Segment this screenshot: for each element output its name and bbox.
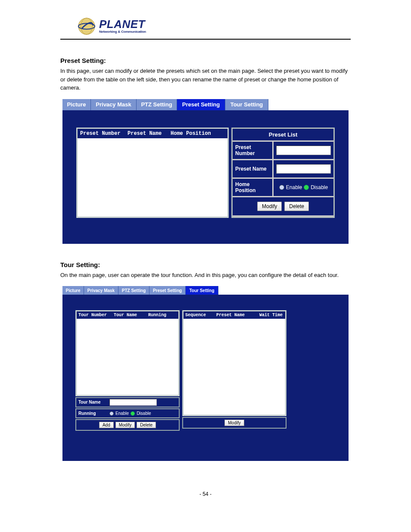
col-sequence: Sequence: [185, 313, 216, 317]
preset-number-input[interactable]: [276, 146, 331, 155]
tour-name-label: Tour Name: [76, 398, 106, 407]
running-disable-text: Disable: [137, 411, 151, 416]
col-running: Running: [148, 313, 177, 317]
preset-section-desc: In this page, user can modify or delete …: [60, 67, 351, 92]
tab-preset-setting[interactable]: Preset Setting: [177, 99, 225, 110]
delete-button[interactable]: Delete: [284, 202, 309, 211]
tour-section-title: Tour Setting:: [60, 261, 351, 268]
running-label: Running: [76, 409, 106, 417]
modify-button-3[interactable]: Modify: [224, 420, 244, 426]
col-tour-number: Tour Number: [78, 313, 114, 317]
header-divider: [60, 39, 351, 40]
col-preset-number: Preset Number: [80, 131, 128, 137]
home-disable-radio[interactable]: [304, 185, 309, 190]
sequence-table[interactable]: Sequence Preset Name Wait Time: [182, 310, 286, 416]
home-disable-text: Disable: [311, 184, 328, 190]
tab-picture[interactable]: Picture: [62, 99, 91, 110]
tour-setting-screenshot: Picture Privacy Mask PTZ Setting Preset …: [62, 286, 349, 461]
home-enable-radio[interactable]: [279, 185, 284, 190]
running-enable-text: Enable: [115, 411, 129, 416]
tour-section-desc: On the main page, user can operate the t…: [60, 271, 351, 280]
logo-tagline: Networking & Communication: [99, 30, 146, 34]
tab2-tour-setting[interactable]: Tour Setting: [186, 286, 218, 295]
col-home-position: Home Position: [171, 131, 225, 137]
col-tour-name: Tour Name: [114, 313, 148, 317]
preset-list-header: Preset List: [233, 129, 333, 140]
logo-brand-text: PLANET: [99, 19, 146, 30]
add-button[interactable]: Add: [99, 422, 114, 428]
preset-data-table[interactable]: Preset Number Preset Name Home Position: [76, 128, 229, 218]
modify-button[interactable]: Modify: [257, 202, 282, 211]
col-preset-name-r: Preset Name: [216, 313, 259, 317]
brand-logo: PLANET Networking & Communication: [78, 17, 351, 35]
tab-bar: Picture Privacy Mask PTZ Setting Preset …: [62, 99, 349, 110]
modify-button-2[interactable]: Modify: [115, 422, 135, 428]
tab2-privacy-mask[interactable]: Privacy Mask: [84, 286, 118, 295]
home-enable-text: Enable: [286, 184, 302, 190]
tab-bar-2: Picture Privacy Mask PTZ Setting Preset …: [62, 286, 349, 295]
running-disable-radio[interactable]: [131, 411, 135, 416]
preset-section-title: Preset Setting:: [60, 57, 351, 64]
preset-name-input[interactable]: [276, 164, 331, 174]
delete-button-2[interactable]: Delete: [137, 422, 156, 428]
running-enable-radio[interactable]: [109, 411, 114, 416]
col-wait-time: Wait Time: [259, 313, 283, 317]
preset-setting-screenshot: Picture Privacy Mask PTZ Setting Preset …: [62, 99, 349, 244]
home-position-label: Home Position: [233, 179, 272, 196]
tab-tour-setting[interactable]: Tour Setting: [225, 99, 268, 110]
tab-privacy-mask[interactable]: Privacy Mask: [91, 99, 137, 110]
preset-number-label: Preset Number: [233, 142, 272, 159]
tab2-picture[interactable]: Picture: [62, 286, 84, 295]
preset-name-label: Preset Name: [233, 160, 272, 177]
tour-data-table[interactable]: Tour Number Tour Name Running: [75, 310, 180, 396]
tab-ptz-setting[interactable]: PTZ Setting: [137, 99, 177, 110]
tab2-preset-setting[interactable]: Preset Setting: [149, 286, 186, 295]
tab2-ptz-setting[interactable]: PTZ Setting: [118, 286, 149, 295]
preset-list-panel: Preset List Preset Number Preset Name Ho…: [231, 128, 335, 218]
page-number: - 54 -: [60, 491, 351, 497]
col-preset-name: Preset Name: [128, 131, 171, 137]
tour-name-input[interactable]: [109, 399, 157, 406]
planet-globe-icon: [78, 17, 96, 35]
